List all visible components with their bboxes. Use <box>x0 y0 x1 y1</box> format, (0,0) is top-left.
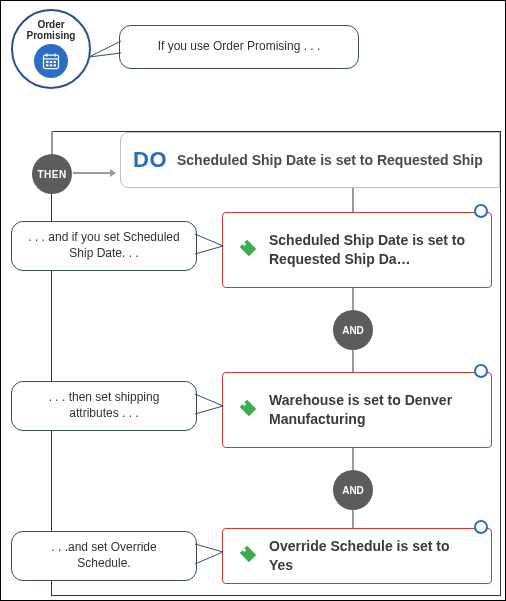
svg-rect-7 <box>46 64 49 66</box>
port-icon <box>474 364 488 378</box>
do-header: DO Scheduled Ship Date is set to Request… <box>120 132 500 188</box>
svg-rect-8 <box>50 64 53 66</box>
bubble-text: . . .and set Override Schedule. <box>24 540 184 571</box>
svg-rect-9 <box>54 64 57 66</box>
then-arrow <box>73 172 115 174</box>
tag-icon <box>237 543 259 569</box>
connector-a2-and2-bot <box>352 510 354 528</box>
calendar-icon <box>34 44 68 78</box>
action-warehouse: Warehouse is set to Denver Manufacturing <box>222 372 492 448</box>
rule-panel: THEN DO Scheduled Ship Date is set to Re… <box>51 131 501 596</box>
tag-icon <box>237 397 259 423</box>
connector-a2-and2-top <box>352 448 354 470</box>
diagram-stage: OrderPromising If you use Order Promisin… <box>3 3 503 598</box>
connector-do-a1 <box>352 188 354 212</box>
svg-point-10 <box>243 243 246 246</box>
svg-rect-5 <box>50 61 53 63</box>
bubble-text: . . . then set shipping attributes . . . <box>24 390 184 421</box>
tag-icon <box>237 237 259 263</box>
action-text: Override Schedule is set to Yes <box>269 537 477 575</box>
action-text: Warehouse is set to Denver Manufacturing <box>269 391 477 429</box>
and-label: AND <box>342 485 364 496</box>
connector-a1-and1-top <box>352 288 354 310</box>
svg-rect-4 <box>46 61 49 63</box>
port-icon <box>474 520 488 534</box>
panel-top-connector <box>51 131 53 154</box>
connector-a1-and1-bot <box>352 350 354 372</box>
bubble-shipping-attributes: . . . then set shipping attributes . . . <box>11 381 197 431</box>
svg-point-12 <box>243 549 246 552</box>
action-scheduled-ship-date: Scheduled Ship Date is set to Requested … <box>222 212 492 288</box>
svg-rect-6 <box>54 61 57 63</box>
bubble-text: . . . and if you set Scheduled Ship Date… <box>24 230 184 261</box>
and-node-2: AND <box>333 470 373 510</box>
do-word: DO <box>133 147 167 173</box>
svg-point-11 <box>243 403 246 406</box>
order-promising-badge: OrderPromising <box>11 9 91 89</box>
port-icon <box>474 204 488 218</box>
action-text: Scheduled Ship Date is set to Requested … <box>269 231 477 269</box>
bubble-scheduled-ship-date: . . . and if you set Scheduled Ship Date… <box>11 221 197 271</box>
bubble-top: If you use Order Promising . . . <box>119 25 359 69</box>
action-override-schedule: Override Schedule is set to Yes <box>222 528 492 584</box>
bubble-top-text: If you use Order Promising . . . <box>158 39 321 55</box>
do-title: Scheduled Ship Date is set to Requested … <box>177 152 483 168</box>
bubble-override-schedule: . . .and set Override Schedule. <box>11 531 197 581</box>
then-label: THEN <box>37 169 66 180</box>
then-node: THEN <box>32 154 72 194</box>
and-label: AND <box>342 325 364 336</box>
order-promising-label: OrderPromising <box>27 20 76 41</box>
and-node-1: AND <box>333 310 373 350</box>
